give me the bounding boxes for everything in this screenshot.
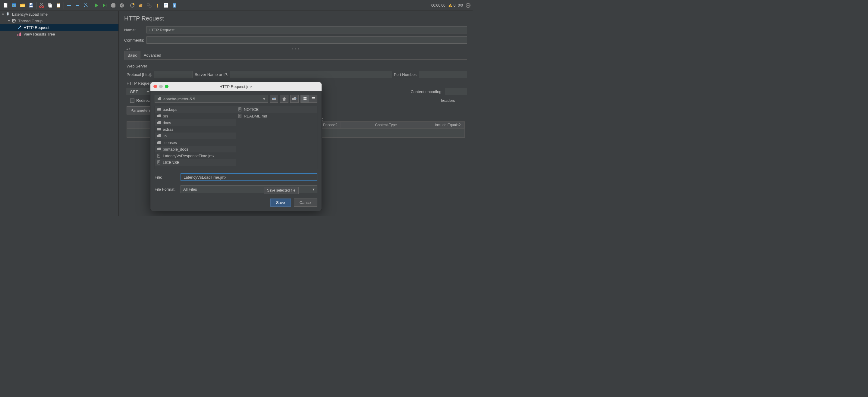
comments-input[interactable] xyxy=(147,36,467,44)
cancel-button[interactable]: Cancel xyxy=(294,199,317,207)
file-row[interactable]: backups xyxy=(155,106,236,113)
help-icon[interactable]: ? xyxy=(170,1,179,9)
testplan-icon xyxy=(5,12,10,16)
port-label: Port Number: xyxy=(394,72,417,77)
protocol-label: Protocol [http]: xyxy=(127,72,152,77)
svg-rect-11 xyxy=(49,4,52,7)
warning-icon: ! xyxy=(448,3,453,8)
chevron-down-icon: ▾ xyxy=(313,187,315,192)
svg-rect-23 xyxy=(164,3,168,7)
file-row[interactable]: LatencyVsResponseTime.jmx xyxy=(155,153,236,159)
page-title: HTTP Request xyxy=(124,15,467,22)
tree-root-label: LatencyVsLoadTime xyxy=(12,12,48,16)
tab-advanced[interactable]: Advanced xyxy=(141,51,164,59)
start-no-pause-icon[interactable] xyxy=(101,1,109,9)
th-content-type[interactable]: Content-Type xyxy=(341,122,431,128)
cut-icon[interactable] xyxy=(38,1,45,9)
reset-search-icon[interactable] xyxy=(154,1,161,9)
file-row[interactable]: bin xyxy=(155,113,236,119)
th-include-equals[interactable]: Include Equals? xyxy=(431,122,464,128)
content-encoding-label: Content encoding: xyxy=(410,90,442,94)
file-name: docs xyxy=(163,121,171,125)
file-row[interactable]: licenses xyxy=(155,139,236,146)
start-icon[interactable] xyxy=(93,1,100,9)
main-toolbar: ? 00:00:00 ! 0 0/0 xyxy=(0,0,472,11)
file-row[interactable]: LICENSE xyxy=(155,159,236,166)
new-folder-button[interactable] xyxy=(290,95,299,103)
server-label: Server Name or IP: xyxy=(195,72,228,77)
file-row[interactable]: extras xyxy=(155,126,236,133)
close-icon[interactable] xyxy=(153,85,157,88)
file-row[interactable]: README.md xyxy=(236,113,317,119)
svg-point-19 xyxy=(133,3,134,5)
copy-icon[interactable] xyxy=(46,1,54,9)
svg-rect-6 xyxy=(31,4,32,4)
file-name: README.md xyxy=(244,114,267,119)
dialog-title: HTTP Request.jmx xyxy=(219,84,253,89)
svg-rect-41 xyxy=(239,114,241,118)
file-name: extras xyxy=(163,127,173,132)
svg-rect-31 xyxy=(18,34,19,36)
tree-thread-group[interactable]: Thread Group xyxy=(0,18,119,24)
svg-point-8 xyxy=(39,6,41,7)
file-list: backupsbindocsextrasliblicensesprintable… xyxy=(155,106,317,169)
toggle-icon[interactable] xyxy=(82,1,90,9)
file-name: backups xyxy=(163,107,177,112)
file-row[interactable]: printable_docs xyxy=(155,146,236,153)
save-button[interactable]: Save xyxy=(270,199,291,207)
server-input[interactable] xyxy=(230,71,392,78)
open-icon[interactable] xyxy=(19,1,27,9)
protocol-input[interactable] xyxy=(154,71,193,78)
expand-icon[interactable] xyxy=(65,1,73,9)
function-icon[interactable] xyxy=(162,1,170,9)
warning-badge[interactable]: ! 0 xyxy=(448,3,456,8)
chevron-down-icon: ▾ xyxy=(263,97,265,101)
clear-all-icon[interactable] xyxy=(137,1,145,9)
clear-icon[interactable] xyxy=(128,1,136,9)
dialog-titlebar[interactable]: HTTP Request.jmx xyxy=(150,82,321,91)
name-input[interactable] xyxy=(147,26,467,33)
splitter-grip-icon[interactable]: ⋮⋮⋮ xyxy=(118,110,121,117)
up-folder-button[interactable] xyxy=(270,95,278,103)
web-server-label: Web Server xyxy=(127,64,467,68)
tree-http-request[interactable]: HTTP Request xyxy=(0,24,119,31)
paste-icon[interactable] xyxy=(55,1,62,9)
svg-rect-34 xyxy=(304,97,305,99)
th-encode[interactable]: Encode? xyxy=(320,122,341,128)
collapse-icon[interactable] xyxy=(73,1,82,9)
file-name: LICENSE xyxy=(163,160,180,165)
port-input[interactable] xyxy=(419,71,467,78)
file-row[interactable]: docs xyxy=(155,119,236,126)
tree-thread-group-label: Thread Group xyxy=(18,19,42,23)
tree-view-results[interactable]: View Results Tree xyxy=(0,31,119,37)
file-row[interactable]: lib xyxy=(155,133,236,139)
svg-rect-32 xyxy=(19,33,20,36)
tree-view-results-label: View Results Tree xyxy=(24,32,55,36)
filename-input[interactable] xyxy=(181,173,317,181)
method-select[interactable]: GET xyxy=(127,88,151,95)
search-icon[interactable] xyxy=(145,1,153,9)
maximize-icon[interactable] xyxy=(165,85,168,88)
svg-rect-39 xyxy=(158,161,160,164)
home-button[interactable] xyxy=(280,95,288,103)
comments-label: Comments: xyxy=(124,38,147,42)
svg-text:!: ! xyxy=(450,4,451,7)
redirect-checkbox[interactable] xyxy=(130,99,134,103)
tab-basic[interactable]: Basic xyxy=(124,51,141,60)
save-icon[interactable] xyxy=(27,1,35,9)
stop-icon[interactable] xyxy=(110,1,117,9)
shutdown-icon[interactable] xyxy=(118,1,126,9)
content-encoding-input[interactable] xyxy=(445,88,467,95)
tree-root[interactable]: LatencyVsLoadTime xyxy=(0,11,119,18)
templates-icon[interactable] xyxy=(10,1,18,9)
format-label: File Format: xyxy=(155,187,178,192)
chevron-down-icon xyxy=(1,12,5,16)
save-dialog: HTTP Request.jmx apache-jmeter-5.5 ▾ bac… xyxy=(150,82,322,211)
collapse-bar[interactable]: ▲▼ • • • xyxy=(124,47,467,51)
resize-icon[interactable] xyxy=(465,3,471,8)
directory-select[interactable]: apache-jmeter-5.5 ▾ xyxy=(155,95,268,103)
new-icon[interactable] xyxy=(2,1,10,9)
file-row[interactable]: NOTICE xyxy=(236,106,317,113)
list-view-button[interactable] xyxy=(309,95,317,103)
grid-view-button[interactable] xyxy=(301,95,309,103)
